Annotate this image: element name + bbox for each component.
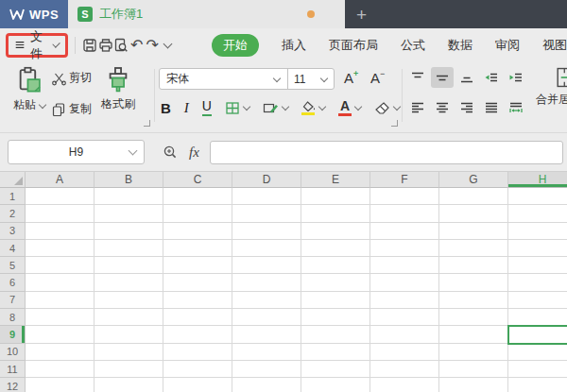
cell-A11[interactable] <box>26 361 94 378</box>
cell-F2[interactable] <box>370 205 439 222</box>
cell-D12[interactable] <box>232 378 301 392</box>
cell-F7[interactable] <box>370 292 439 309</box>
cell-G7[interactable] <box>439 292 508 309</box>
draw-border-button[interactable] <box>263 101 288 115</box>
column-header-B[interactable]: B <box>94 172 163 188</box>
cell-B4[interactable] <box>94 240 163 257</box>
menu-tab-home[interactable]: 开始 <box>212 34 259 57</box>
select-all-corner[interactable] <box>0 172 26 188</box>
cell-A1[interactable] <box>26 188 94 205</box>
cell-D10[interactable] <box>232 344 301 361</box>
cell-C5[interactable] <box>163 257 232 274</box>
cell-F10[interactable] <box>370 344 439 361</box>
cell-F6[interactable] <box>370 274 439 291</box>
cell-H2[interactable] <box>508 205 567 222</box>
cell-C8[interactable] <box>163 309 232 326</box>
menu-tab-review[interactable]: 审阅 <box>495 37 520 54</box>
menu-tab-insert[interactable]: 插入 <box>282 37 306 54</box>
cell-E6[interactable] <box>301 274 370 291</box>
cell-B11[interactable] <box>94 361 163 378</box>
cell-H6[interactable] <box>508 274 567 291</box>
cell-H7[interactable] <box>508 292 567 309</box>
cell-G8[interactable] <box>439 309 508 326</box>
cell-D1[interactable] <box>232 188 301 205</box>
cell-F11[interactable] <box>370 361 439 378</box>
row-header-6[interactable]: 6 <box>0 274 26 291</box>
cell-G5[interactable] <box>439 257 508 274</box>
cut-button[interactable]: 剪切 <box>51 70 92 86</box>
cell-C6[interactable] <box>163 274 232 291</box>
clear-format-button[interactable] <box>374 101 400 115</box>
row-header-12[interactable]: 12 <box>0 378 26 392</box>
cell-B1[interactable] <box>94 188 163 205</box>
wrap-text-button[interactable] <box>505 97 527 118</box>
column-header-H[interactable]: H <box>508 172 567 188</box>
cell-E10[interactable] <box>301 344 370 361</box>
font-color-button[interactable]: A <box>338 99 361 116</box>
cell-H11[interactable] <box>508 361 567 378</box>
cell-B9[interactable] <box>94 326 163 343</box>
cell-C9[interactable] <box>163 326 232 343</box>
decrease-font-button[interactable]: A− <box>370 70 385 86</box>
print-button[interactable] <box>97 34 113 57</box>
cell-G11[interactable] <box>439 361 508 378</box>
cell-C3[interactable] <box>163 223 232 240</box>
cell-F1[interactable] <box>370 188 439 205</box>
cell-G6[interactable] <box>439 274 508 291</box>
row-header-10[interactable]: 10 <box>0 344 26 361</box>
cell-C1[interactable] <box>163 188 232 205</box>
file-menu-button[interactable]: 文件 <box>6 33 68 58</box>
cell-A9[interactable] <box>26 326 94 343</box>
cell-F5[interactable] <box>370 257 439 274</box>
cell-F3[interactable] <box>370 223 439 240</box>
increase-font-button[interactable]: A+ <box>344 70 358 86</box>
row-header-5[interactable]: 5 <box>0 257 26 274</box>
cell-E7[interactable] <box>301 292 370 309</box>
formula-input[interactable] <box>210 141 563 164</box>
cell-E12[interactable] <box>301 378 370 392</box>
cell-G12[interactable] <box>439 378 508 392</box>
insert-function-button[interactable]: fx <box>189 145 199 161</box>
cell-D11[interactable] <box>232 361 301 378</box>
row-header-7[interactable]: 7 <box>0 292 26 309</box>
format-painter-button[interactable]: 格式刷 <box>101 66 135 112</box>
copy-button[interactable]: 复制 <box>51 101 92 117</box>
customize-toolbar-button[interactable] <box>160 34 176 57</box>
cell-C2[interactable] <box>163 205 232 222</box>
column-header-G[interactable]: G <box>439 172 508 188</box>
cell-B5[interactable] <box>94 257 163 274</box>
cell-A2[interactable] <box>26 205 94 222</box>
merge-center-button[interactable]: 合并居中 <box>531 66 567 108</box>
cell-C4[interactable] <box>163 240 232 257</box>
column-header-C[interactable]: C <box>163 172 232 188</box>
cell-C12[interactable] <box>163 378 232 392</box>
cell-B3[interactable] <box>94 223 163 240</box>
cell-E5[interactable] <box>301 257 370 274</box>
cell-A6[interactable] <box>26 274 94 291</box>
cell-D3[interactable] <box>232 223 301 240</box>
cell-G2[interactable] <box>439 205 508 222</box>
row-header-1[interactable]: 1 <box>0 188 26 205</box>
cell-D4[interactable] <box>232 240 301 257</box>
cell-D9[interactable] <box>232 326 301 343</box>
bold-button[interactable]: B <box>161 100 171 116</box>
increase-indent-button[interactable] <box>505 67 527 88</box>
underline-button[interactable]: U <box>202 99 212 115</box>
column-header-D[interactable]: D <box>232 172 301 188</box>
fill-color-button[interactable] <box>301 101 325 115</box>
font-family-combo[interactable]: 宋体 11 <box>159 68 335 90</box>
cell-C7[interactable] <box>163 292 232 309</box>
cell-E8[interactable] <box>301 309 370 326</box>
cell-B7[interactable] <box>94 292 163 309</box>
wps-menu-button[interactable]: WPS <box>0 0 68 28</box>
cell-E4[interactable] <box>301 240 370 257</box>
save-button[interactable] <box>82 34 98 57</box>
cell-F4[interactable] <box>370 240 439 257</box>
cell-A5[interactable] <box>26 257 94 274</box>
new-tab-button[interactable]: + <box>345 0 567 28</box>
cell-F9[interactable] <box>370 326 439 343</box>
cell-G3[interactable] <box>439 223 508 240</box>
row-header-4[interactable]: 4 <box>0 240 26 257</box>
cell-B6[interactable] <box>94 274 163 291</box>
undo-button[interactable]: ↶ <box>129 34 145 57</box>
